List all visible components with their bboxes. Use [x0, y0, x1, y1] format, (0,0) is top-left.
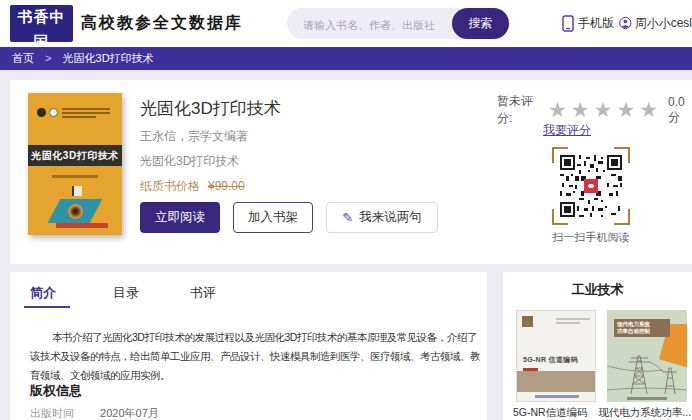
breadcrumb: 首页 > 光固化3D打印技术 [0, 47, 692, 70]
search-bar: 搜索 [287, 8, 509, 39]
site-title: 高校教参全文数据库 [81, 13, 243, 34]
book-info-card: 光固化3D打印技术 光固化3D打印技术 王永信，宗学文编著 光固化3D打印技术 … [10, 80, 692, 264]
cover-footer-text [535, 395, 579, 398]
cover-footer-text [627, 397, 667, 400]
cover-publisher-logo [56, 223, 108, 228]
search-input[interactable] [301, 8, 450, 41]
comment-button[interactable]: ✎ 我来说两句 [326, 202, 438, 233]
publish-date-label: 出版时间 [30, 406, 97, 420]
book-authors: 王永信，宗学文编著 [140, 128, 248, 145]
username: 周小小cesl [635, 15, 692, 32]
related-book-title[interactable]: 现代电力系统功率... [598, 406, 692, 420]
cover-logo-badge-2 [49, 108, 58, 117]
publish-date-row: 出版时间 2020年07月 [30, 406, 159, 420]
sidebar-category-title: 工业技术 [503, 281, 692, 299]
breadcrumb-current: 光固化3D打印技术 [63, 52, 154, 64]
star-icon [594, 98, 617, 121]
related-books-card: 工业技术 5G-NR 信道编码 现代电力系统 功率自动控制 [503, 272, 692, 420]
mobile-version-label: 手机版 [578, 15, 614, 32]
related-books-captions: 5G-NR信道编码 现代电力系统功率... [503, 406, 692, 420]
breadcrumb-home[interactable]: 首页 [12, 52, 34, 64]
cover-series-text [62, 108, 110, 120]
cover-circle-art [68, 204, 83, 219]
book-cover[interactable]: 光固化3D打印技术 [28, 93, 122, 235]
copyright-heading: 版权信息 [30, 382, 82, 400]
cover-header-text [556, 318, 590, 326]
star-icon [616, 98, 639, 121]
star-icon [548, 98, 571, 121]
book-title: 光固化3D打印技术 [140, 97, 281, 120]
cover-title-line2: 功率自动控制 [617, 328, 667, 335]
related-books-row: 5G-NR 信道编码 现代电力系统 功率自动控制 [516, 310, 687, 402]
tab-intro[interactable]: 简介 [30, 284, 56, 302]
avatar-icon [619, 14, 632, 32]
pencil-icon: ✎ [342, 210, 353, 225]
book-detail-card: 简介 目录 书评 本书介绍了光固化3D打印技术的发展过程以及光固化3D打印技术的… [10, 272, 487, 420]
qr-code [552, 147, 630, 225]
mobile-version-link[interactable]: 手机版 [562, 15, 614, 32]
rating-score: 0.0分 [668, 95, 692, 126]
cover-author-text [52, 175, 98, 178]
rate-this-book-link[interactable]: 我要评分 [497, 122, 637, 139]
user-menu[interactable]: 周小小cesl [619, 14, 692, 32]
book-actions: 立即阅读 加入书架 ✎ 我来说两句 [140, 202, 438, 233]
related-book-cover-power[interactable]: 现代电力系统 功率自动控制 [607, 310, 687, 402]
cover-title: 光固化3D打印技术 [28, 145, 122, 166]
cover-title-box: 现代电力系统 功率自动控制 [614, 319, 670, 337]
tab-contents[interactable]: 目录 [113, 284, 139, 302]
page: 书香中国 www.chineseall.cn 高校教参全文数据库 搜索 手机版 … [0, 0, 692, 420]
related-book-title[interactable]: 5G-NR信道编码 [503, 406, 598, 420]
power-towers-art [607, 346, 687, 394]
qr-caption: 扫一扫手机阅读 [507, 230, 675, 245]
price-value: ¥99.00 [208, 179, 245, 193]
header: 书香中国 www.chineseall.cn 高校教参全文数据库 搜索 手机版 … [0, 0, 692, 47]
cover-logo-square [522, 316, 533, 327]
cover-printer-art [72, 186, 82, 196]
read-now-button[interactable]: 立即阅读 [140, 202, 220, 233]
cover-logo-badge-1 [37, 108, 46, 117]
related-book-cover-5g[interactable]: 5G-NR 信道编码 [516, 310, 596, 402]
site-logo[interactable]: 书香中国 www.chineseall.cn [10, 5, 73, 42]
comment-button-label: 我来说两句 [359, 209, 422, 226]
price-label: 纸质书价格 [140, 179, 200, 193]
qr-code-image [560, 155, 622, 217]
search-button[interactable]: 搜索 [452, 8, 509, 39]
book-series: 光固化3D打印技术 [140, 153, 239, 170]
book-description: 本书介绍了光固化3D打印技术的发展过程以及光固化3D打印技术的基本原理及常见设备… [30, 328, 480, 385]
publish-date-value: 2020年07月 [100, 407, 159, 419]
star-rating [548, 98, 662, 122]
add-to-shelf-button[interactable]: 加入书架 [233, 202, 313, 233]
cover-bottom-band [517, 371, 595, 392]
tab-reviews[interactable]: 书评 [190, 284, 216, 302]
star-icon [639, 98, 662, 121]
cover-title-text: 5G-NR 信道编码 [523, 355, 578, 365]
cover-title-line1: 现代电力系统 [617, 321, 667, 328]
active-tab-underline [24, 306, 70, 308]
book-price-row: 纸质书价格¥99.00 [140, 178, 245, 195]
phone-icon [562, 15, 574, 32]
star-icon [571, 98, 594, 121]
breadcrumb-separator: > [45, 52, 51, 64]
